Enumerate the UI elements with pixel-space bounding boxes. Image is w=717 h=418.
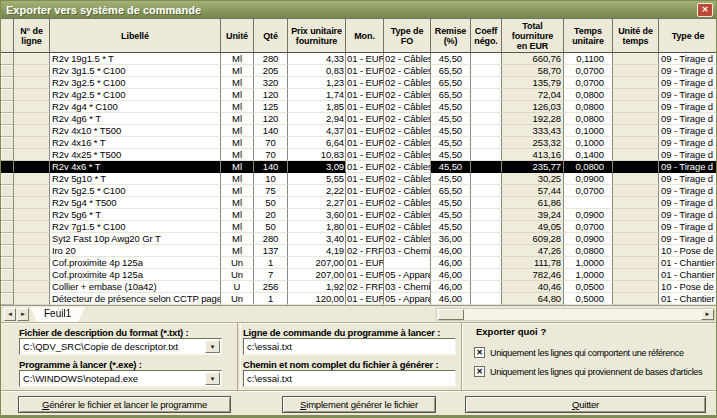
scrollbar-right-icon[interactable]: ► <box>701 309 714 320</box>
cell-qte: 120 <box>254 89 288 101</box>
row-selector[interactable] <box>1 77 14 89</box>
column-header-unite[interactable]: Unité <box>221 18 254 52</box>
table-row[interactable]: R2v 4g2.5 * C100Ml1201,7401 - EUR02 - Câ… <box>1 89 717 101</box>
table-row[interactable]: R2v 4x25 * T500Ml7010,8301 - EUR02 - Câb… <box>1 149 717 161</box>
table-row[interactable]: Iro 20Ml1374,1902 - FRF03 - Chemins d46,… <box>1 245 717 257</box>
column-header-libelle[interactable]: Libellé <box>50 18 221 52</box>
table-row[interactable]: R2v 3g1.5 * C100Ml2050,8301 - EUR02 - Câ… <box>1 65 717 77</box>
row-selector[interactable] <box>1 293 14 305</box>
column-header-coeff[interactable]: Coeff négo. <box>471 18 502 52</box>
row-selector[interactable] <box>1 245 14 257</box>
table-row[interactable]: R2v 7g1.5 * C100Ml501,8001 - EUR02 - Câb… <box>1 221 717 233</box>
column-header-total[interactable]: Total fourniture en EUR <box>502 18 564 52</box>
table-row[interactable]: R2v 3g2.5 * C100Ml3201,2301 - EUR02 - Câ… <box>1 77 717 89</box>
cell-total: 72,04 <box>502 89 564 101</box>
output-path-label: Chemin et nom complet du fichier à génér… <box>243 359 439 370</box>
horizontal-scrollbar[interactable]: ► <box>436 308 715 321</box>
row-selector[interactable] <box>1 281 14 293</box>
generate-and-run-button[interactable]: Générer le fichier et lancer le programm… <box>18 396 231 413</box>
row-selector[interactable] <box>1 101 14 113</box>
cell-type_de: 09 - Tirage d <box>659 149 717 161</box>
program-label: Programme à lancer (*.exe) : <box>19 359 142 370</box>
cell-prix: 0,83 <box>288 65 346 77</box>
file-format-dropdown-icon[interactable]: ▼ <box>205 340 220 353</box>
table-row[interactable]: R2v 19g1.5 * TMl2804,3301 - EUR02 - Câbl… <box>1 53 717 65</box>
column-header-mon[interactable]: Mon. <box>346 18 384 52</box>
cell-coeff <box>471 209 502 221</box>
program-dropdown-icon[interactable]: ▼ <box>205 372 220 385</box>
row-selector[interactable] <box>1 221 14 233</box>
sheet-scroll-right-icon[interactable]: ► <box>17 308 29 321</box>
row-selector[interactable] <box>1 185 14 197</box>
cell-total: 30,25 <box>502 173 564 185</box>
table-row[interactable]: R2v 4g4 * C100Ml1251,8501 - EUR02 - Câbl… <box>1 101 717 113</box>
program-combobox[interactable]: C:\WINDOWS\notepad.exe ▼ <box>19 370 222 387</box>
row-selector[interactable] <box>1 137 14 149</box>
row-selector[interactable] <box>1 161 14 173</box>
column-header-qte[interactable]: Qté <box>254 18 288 52</box>
column-header-num[interactable]: N° de ligne <box>14 18 50 52</box>
row-selector[interactable] <box>1 149 14 161</box>
column-header-type_fo[interactable]: Type de FO <box>384 18 431 52</box>
cell-libelle: Détecteur de présence selon CCTP page 47 <box>50 293 221 305</box>
table-row[interactable]: Syt2 Fast 10p Awg20 Gr TMl2803,4001 - EU… <box>1 233 717 245</box>
row-selector[interactable] <box>1 197 14 209</box>
cell-qte: 20 <box>254 209 288 221</box>
column-header-type_de[interactable]: Type de <box>659 18 717 52</box>
cell-mon: 01 - EUR <box>346 113 384 125</box>
checkbox[interactable]: ✕ <box>474 347 485 358</box>
table-row[interactable]: Cof.proximite 4p 125aUn1207,0001 - EUR46… <box>1 257 717 269</box>
cell-remise: 45,50 <box>431 53 471 65</box>
table-row[interactable]: Cof.proximite 4p 125aUn7207,0001 - EUR05… <box>1 269 717 281</box>
table-row[interactable]: R2v 5g4 * T500Ml502,2701 - EUR02 - Câble… <box>1 197 717 209</box>
table-row[interactable]: R2v 4g6 * TMl1202,9401 - EUR02 - Câbles4… <box>1 113 717 125</box>
table-row[interactable]: Détecteur de présence selon CCTP page 47… <box>1 293 717 305</box>
column-header-prix[interactable]: Prix unitaire fourniture <box>288 18 346 52</box>
title-bar[interactable]: Exporter vers système de commande <box>1 1 716 18</box>
row-selector[interactable] <box>1 233 14 245</box>
output-path-input[interactable]: c:\essai.txt <box>243 370 456 387</box>
table-row[interactable]: R2v 5g10 * TMl105,5501 - EUR02 - Câbles4… <box>1 173 717 185</box>
checkbox[interactable]: ✕ <box>474 366 485 377</box>
command-line-input[interactable]: c:\essai.txt <box>243 338 456 355</box>
bottom-divider <box>1 390 717 392</box>
column-header-remise[interactable]: Remise (%) <box>431 18 471 52</box>
cell-temps: 0,1100 <box>564 53 613 65</box>
row-selector[interactable] <box>1 53 14 65</box>
cell-num <box>14 53 50 65</box>
close-icon[interactable]: ✕ <box>697 3 713 17</box>
file-format-combobox[interactable]: C:\QDV_SRC\Copie de descriptor.txt ▼ <box>19 338 222 355</box>
table-row[interactable]: R2v 5g6 * TMl203,6001 - EUR02 - Câbles45… <box>1 209 717 221</box>
column-header-temps[interactable]: Temps unitaire <box>564 18 613 52</box>
row-selector[interactable] <box>1 269 14 281</box>
row-selector[interactable] <box>1 113 14 125</box>
cell-type_de: 09 - Tirage d <box>659 113 717 125</box>
cell-type_fo: 02 - Câbles <box>384 125 431 137</box>
quit-button[interactable]: Quitter <box>465 396 706 413</box>
table-row[interactable]: R2v 4x6 * TMl1403,0901 - EUR02 - Câbles4… <box>1 161 717 173</box>
table-row[interactable]: Collier + embase (10a42)U2561,9202 - FRF… <box>1 281 717 293</box>
row-selector[interactable] <box>1 89 14 101</box>
sheet-tab-feuil1[interactable]: Feuil1 <box>30 307 85 322</box>
checkbox-row: ✕Uniquement les lignes qui proviennent d… <box>474 366 702 377</box>
table-row[interactable]: R2v 5g2.5 * C100Ml752,2201 - EUR02 - Câb… <box>1 185 717 197</box>
table-row[interactable]: R2v 4x10 * T500Ml1404,3701 - EUR02 - Câb… <box>1 125 717 137</box>
scrollbar-thumb[interactable] <box>438 309 464 320</box>
row-selector[interactable] <box>1 125 14 137</box>
cell-total: 235,77 <box>502 161 564 173</box>
cell-remise: 65,50 <box>431 65 471 77</box>
cell-prix: 5,55 <box>288 173 346 185</box>
cell-unite: Ml <box>221 77 254 89</box>
sheet-scroll-left-icon[interactable]: ◄ <box>4 308 16 321</box>
row-selector[interactable] <box>1 65 14 77</box>
cell-remise: 45,50 <box>431 173 471 185</box>
row-selector[interactable] <box>1 173 14 185</box>
row-selector[interactable] <box>1 257 14 269</box>
cell-temps: 0,1000 <box>564 137 613 149</box>
table-row[interactable]: R2v 4x16 * TMl706,6401 - EUR02 - Câbles4… <box>1 137 717 149</box>
generate-only-button[interactable]: Simplement générer le fichier <box>282 396 436 413</box>
cell-type_de: 09 - Tirage d <box>659 89 717 101</box>
cell-prix: 3,60 <box>288 209 346 221</box>
column-header-unite_temps[interactable]: Unité de temps <box>613 18 659 52</box>
row-selector[interactable] <box>1 209 14 221</box>
